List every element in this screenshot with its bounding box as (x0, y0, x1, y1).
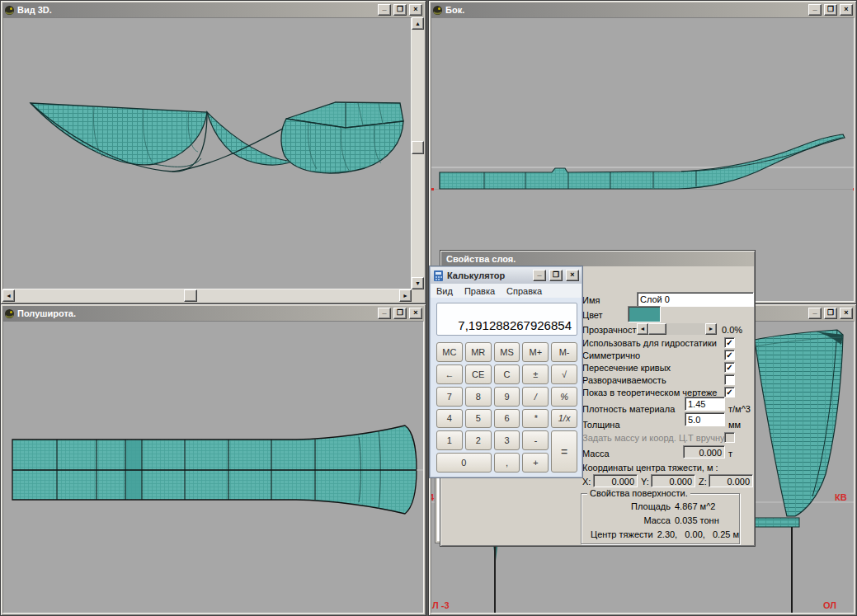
menu-view[interactable]: Вид (431, 286, 459, 296)
calc-btn-1[interactable]: 1 (436, 430, 463, 450)
calc-btn-8[interactable]: 8 (465, 387, 492, 407)
x-label: X: (582, 477, 591, 487)
calc-btn-6[interactable]: 6 (494, 409, 520, 429)
calc-btn-percent[interactable]: % (551, 387, 577, 407)
scroll-right-icon[interactable]: ► (399, 289, 412, 302)
calculator-titlebar[interactable]: Калькулятор _ ❐ × (431, 267, 582, 284)
calc-btn-3[interactable]: 3 (494, 430, 520, 450)
thickness-field[interactable]: 5.0 (685, 412, 725, 426)
scroll-left-icon[interactable]: ◄ (637, 323, 648, 335)
calculator-keypad: MC MR MS M+ M- ← CE C ± √ 7 8 9 / % 4 5 … (436, 342, 577, 473)
dialog-titlebar[interactable]: Свойства слоя. (441, 252, 754, 266)
minimize-icon[interactable]: _ (533, 270, 546, 281)
transparency-scrollbar[interactable]: ◄ ► (637, 323, 717, 335)
scroll-left-icon[interactable]: ◄ (2, 289, 15, 302)
calc-btn-multiply[interactable]: * (522, 409, 549, 429)
manual-mass-label: Задать массу и коорд. Ц.Т вручную (582, 433, 732, 443)
calculator-title: Калькулятор (447, 270, 530, 280)
close-icon[interactable]: × (566, 270, 579, 281)
close-icon[interactable]: × (409, 308, 422, 319)
mass-unit: т (728, 449, 732, 458)
window-side-titlebar[interactable]: Бок. _ ❐ × (431, 2, 855, 17)
calc-btn-decimal[interactable]: , (494, 453, 520, 473)
menu-edit[interactable]: Правка (459, 286, 501, 296)
symmetric-checkbox[interactable]: ✓ (724, 350, 735, 360)
calculator-window: Калькулятор _ ❐ × Вид Правка Справка 7,1… (429, 266, 583, 478)
baseline-label: ОЛ (823, 600, 836, 610)
window-3d-titlebar[interactable]: Вид 3D. _ ❐ × (2, 2, 424, 17)
maximize-icon[interactable]: ❐ (824, 4, 837, 16)
calc-btn-plus[interactable]: + (522, 453, 549, 473)
surface-mass-label: Масса (582, 515, 671, 525)
close-icon[interactable]: × (409, 4, 422, 16)
calculator-icon (433, 270, 444, 281)
area-label: Площадь (582, 501, 671, 511)
minimize-icon[interactable]: _ (808, 4, 822, 16)
minimize-icon[interactable]: _ (378, 4, 391, 16)
scroll-right-icon[interactable]: ► (705, 323, 717, 335)
station-label: 4 (431, 492, 434, 502)
z-label: Z: (699, 477, 707, 487)
calc-btn-mr[interactable]: MR (465, 342, 492, 362)
calc-btn-ce[interactable]: CE (465, 364, 492, 384)
calc-btn-c[interactable]: C (494, 364, 520, 384)
density-field[interactable]: 1.45 (685, 397, 725, 411)
scroll-down-icon[interactable]: ▼ (412, 277, 424, 289)
minimize-icon[interactable]: _ (808, 308, 822, 319)
color-swatch[interactable] (628, 306, 661, 322)
calc-btn-4[interactable]: 4 (436, 409, 463, 429)
calc-btn-sqrt[interactable]: √ (551, 364, 577, 384)
calc-btn-equals[interactable]: = (551, 430, 577, 473)
calc-btn-9[interactable]: 9 (494, 387, 520, 407)
calc-btn-2[interactable]: 2 (465, 430, 492, 450)
close-icon[interactable]: × (840, 4, 853, 16)
calc-btn-7[interactable]: 7 (436, 387, 463, 407)
z-field: 0.000 (709, 474, 753, 487)
y-label: Y: (641, 477, 649, 487)
linesplan-checkbox[interactable]: ✓ (724, 387, 735, 397)
3d-view-canvas[interactable] (2, 17, 412, 289)
maximize-icon[interactable]: ❐ (549, 270, 563, 281)
close-icon[interactable]: × (840, 308, 853, 319)
x-field: 0.000 (593, 474, 638, 487)
thickness-unit: мм (728, 420, 741, 430)
calc-btn-ms[interactable]: MS (494, 342, 520, 362)
window-halfbreadth-titlebar[interactable]: Полуширота. _ ❐ × (2, 306, 424, 321)
app-icon (432, 5, 443, 16)
calc-btn-negate[interactable]: ± (522, 364, 549, 384)
maximize-icon[interactable]: ❐ (393, 308, 407, 319)
transparency-thumb[interactable] (648, 323, 666, 335)
color-label: Цвет (582, 310, 603, 320)
scroll-up-icon[interactable]: ▲ (412, 17, 424, 30)
calc-btn-5[interactable]: 5 (465, 409, 492, 429)
calc-btn-mc[interactable]: MC (436, 342, 463, 362)
intersection-label: Пересечение кривых (582, 363, 671, 373)
calc-btn-reciprocal[interactable]: 1/x (551, 409, 577, 429)
window-title: Полуширота. (17, 308, 375, 318)
h-scroll-thumb[interactable] (184, 289, 197, 302)
horizontal-scrollbar[interactable]: ◄ ► (2, 289, 412, 302)
vertical-scrollbar[interactable]: ▲ ▼ (412, 17, 424, 289)
calc-btn-minus[interactable]: - (522, 430, 549, 450)
hydrostatics-checkbox[interactable]: ✓ (724, 337, 735, 348)
hull-plan-drawing (3, 322, 424, 614)
calc-btn-divide[interactable]: / (522, 387, 549, 407)
intersection-checkbox[interactable]: ✓ (724, 362, 735, 373)
maximize-icon[interactable]: ❐ (393, 4, 407, 16)
thickness-label: Толщина (582, 420, 620, 430)
v-scroll-thumb[interactable] (412, 141, 424, 154)
calc-btn-0[interactable]: 0 (436, 453, 492, 473)
dialog-title: Свойства слоя. (443, 254, 752, 264)
developable-checkbox[interactable] (724, 374, 735, 385)
window-title: Бок. (445, 5, 806, 15)
calc-btn-mminus[interactable]: M- (551, 342, 577, 362)
calc-btn-mplus[interactable]: M+ (522, 342, 549, 362)
maximize-icon[interactable]: ❐ (824, 308, 837, 319)
waterline-label: КВ (835, 492, 847, 502)
menu-help[interactable]: Справка (501, 286, 548, 296)
name-field[interactable]: Слой 0 (637, 292, 754, 307)
halfbreadth-canvas[interactable] (2, 321, 424, 614)
minimize-icon[interactable]: _ (378, 308, 391, 319)
surface-cog-value: 2.30, 0.00, 0.25 м (657, 529, 739, 539)
calc-btn-backspace[interactable]: ← (436, 364, 463, 384)
